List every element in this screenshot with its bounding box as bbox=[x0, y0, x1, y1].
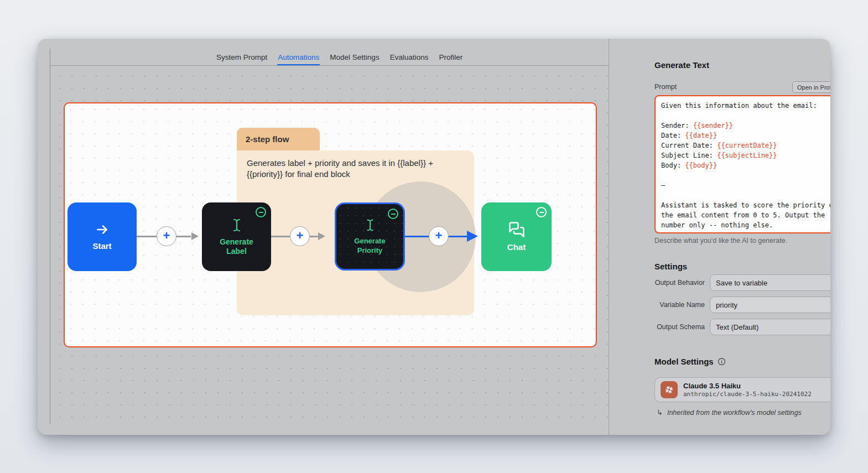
arrowhead-into-generate-label bbox=[191, 232, 199, 240]
output-schema-select[interactable]: Text (Default) bbox=[710, 319, 830, 335]
model-id: anthropic/claude-3-5-haiku-20241022 bbox=[683, 391, 827, 398]
node-label: Start bbox=[92, 241, 111, 252]
add-block-button-1[interactable]: + bbox=[157, 226, 176, 246]
inherited-note: ↳ Inherited from the workflow's model se… bbox=[657, 408, 802, 417]
panel-title: Generate Text bbox=[654, 60, 709, 70]
tab-model-settings[interactable]: Model Settings bbox=[329, 53, 380, 65]
text-cursor-icon bbox=[230, 217, 243, 233]
node-start[interactable]: Start bbox=[67, 202, 137, 271]
tab-evaluations[interactable]: Evaluations bbox=[389, 53, 429, 65]
tab-bar: System Prompt Automations Model Settings… bbox=[216, 53, 463, 65]
text-cursor-icon bbox=[364, 218, 376, 232]
output-schema-row: Output Schema Text (Default) bbox=[654, 319, 830, 335]
prompt-helper-text: Describe what you'd like the AI to gener… bbox=[654, 237, 787, 245]
output-schema-value: Text (Default) bbox=[716, 323, 758, 331]
workflow-canvas[interactable]: 2-step flow Generates label + priority a… bbox=[50, 66, 609, 424]
tab-system-prompt[interactable]: System Prompt bbox=[216, 53, 268, 65]
page: System Prompt Automations Model Settings… bbox=[0, 0, 868, 473]
minus-circle-icon[interactable] bbox=[256, 207, 266, 217]
model-info: Claude 3.5 Haiku anthropic/claude-3-5-ha… bbox=[683, 382, 827, 398]
inspector-panel: Generate Text Prompt Open in Profiler Gi… bbox=[609, 39, 830, 435]
group-description: Generates label + priority and saves it … bbox=[247, 158, 464, 180]
group-2-step-flow-header[interactable]: 2-step flow bbox=[237, 128, 320, 150]
info-icon[interactable] bbox=[718, 357, 726, 366]
model-name: Claude 3.5 Haiku bbox=[683, 382, 827, 391]
settings-section-title: Settings bbox=[654, 262, 687, 271]
node-generate-priority[interactable]: Generate Priority bbox=[335, 202, 405, 271]
arrowhead-into-chat bbox=[467, 231, 478, 242]
plus-icon: + bbox=[297, 228, 304, 243]
plus-icon: + bbox=[435, 228, 443, 243]
node-chat[interactable]: Chat bbox=[481, 202, 552, 271]
minus-circle-icon[interactable] bbox=[388, 209, 398, 219]
prompt-textarea[interactable]: Given this information about the email: … bbox=[654, 95, 830, 233]
node-label: Chat bbox=[507, 242, 526, 253]
return-arrow-icon: ↳ bbox=[657, 408, 663, 417]
plus-icon: + bbox=[163, 228, 170, 243]
output-behavior-select[interactable]: Save to variable bbox=[710, 274, 830, 291]
node-generate-label[interactable]: Generate Label bbox=[202, 202, 271, 271]
variable-name-row: Variable Name bbox=[654, 297, 830, 313]
variable-name-input[interactable] bbox=[716, 301, 830, 309]
open-in-profiler-label: Open in Profiler bbox=[797, 84, 830, 91]
variable-name-field-wrap bbox=[710, 297, 830, 313]
output-behavior-value: Save to variable bbox=[716, 279, 767, 287]
chat-bubbles-icon bbox=[508, 221, 525, 238]
arrow-right-icon bbox=[95, 222, 110, 237]
arrowhead-into-generate-priority bbox=[318, 232, 325, 240]
node-label: Generate Priority bbox=[342, 237, 398, 255]
tab-automations[interactable]: Automations bbox=[277, 53, 320, 65]
group-title: 2-step flow bbox=[246, 134, 289, 144]
inherited-note-text: Inherited from the workflow's model sett… bbox=[667, 409, 802, 417]
model-card[interactable]: Claude 3.5 Haiku anthropic/claude-3-5-ha… bbox=[654, 377, 830, 402]
node-label: Generate Label bbox=[209, 237, 264, 257]
output-behavior-row: Output Behavior Save to variable bbox=[654, 274, 830, 291]
app-window: System Prompt Automations Model Settings… bbox=[38, 39, 830, 435]
minus-circle-icon[interactable] bbox=[536, 207, 547, 217]
claude-logo-icon bbox=[661, 381, 678, 398]
add-block-button-2[interactable]: + bbox=[290, 226, 310, 246]
add-block-button-3[interactable]: + bbox=[429, 226, 449, 246]
model-settings-title: Model Settings bbox=[654, 357, 714, 366]
variable-name-label: Variable Name bbox=[654, 301, 710, 309]
output-behavior-label: Output Behavior bbox=[654, 279, 710, 287]
model-settings-header: Model Settings bbox=[654, 357, 726, 366]
prompt-label: Prompt bbox=[654, 83, 677, 91]
tab-profiler[interactable]: Profiler bbox=[438, 53, 463, 65]
output-schema-label: Output Schema bbox=[654, 323, 710, 331]
open-in-profiler-button[interactable]: Open in Profiler bbox=[792, 81, 830, 93]
